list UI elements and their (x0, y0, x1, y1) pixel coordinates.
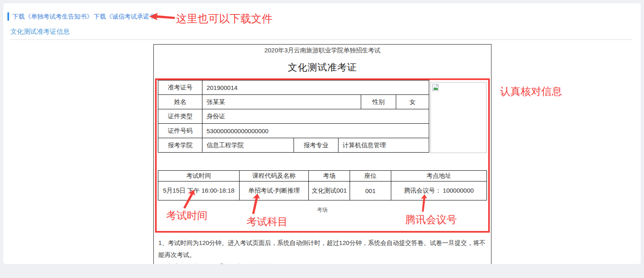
college-label: 报考学院 (158, 138, 202, 153)
id-type-value: 身份证 (202, 109, 429, 124)
download-link-notice[interactable]: 下载《单独考试考生告知书》 (12, 13, 93, 20)
candidate-info-table: 准考证号 201900014 姓名 张某某 性别 女 证件类型 身份证 证件号码… (158, 80, 429, 153)
exam-notes: 1、考试时间为120分钟。进入考试页面后，系统自动倒计时，超过120分钟，系统会… (158, 237, 487, 264)
annotation-check-info: 认真核对信息 (500, 85, 562, 98)
schedule-room-value: 文化测试001 (309, 181, 350, 200)
schedule-seat-value: 001 (350, 181, 391, 200)
broken-image-icon (432, 84, 440, 91)
candidate-photo-placeholder (430, 82, 487, 153)
table-row: 准考证号 201900014 (158, 80, 429, 95)
accent-bar (7, 12, 9, 21)
exam-title: 2020年3月云南旅游职业学院单独招生考试 (154, 47, 491, 54)
schedule-course-value: 单招考试-判断推理 (240, 181, 309, 200)
schedule-header-address: 考点地址 (391, 171, 487, 181)
table-row: 姓名 张某某 性别 女 (158, 95, 429, 109)
content-panel: 下载《单独考试考生告知书》下载《诚信考试承诺书》 这里也可以下载文件 文化测试准… (3, 3, 641, 264)
college-value: 信息工程学院 (202, 138, 294, 153)
schedule-header-room: 考场 (309, 171, 350, 181)
id-no-value: 530000000000000000 (202, 124, 429, 138)
page-title: 文化测试准考证信息 (10, 28, 70, 36)
admission-no-value: 201900014 (202, 80, 429, 95)
table-row: 证件类型 身份证 (158, 109, 429, 124)
schedule-table: 考试时间 课程代码及名称 考场 座位 考点地址 5月15日 下午 16:00-1… (158, 170, 487, 200)
gender-label: 性别 (361, 95, 396, 109)
id-type-label: 证件类型 (158, 109, 202, 124)
note-line-1: 1、考试时间为120分钟。进入考试页面后，系统自动倒计时，超过120分钟，系统会… (158, 237, 487, 261)
schedule-time-value: 5月15日 下午 16:00-18:18 (158, 181, 240, 200)
major-label: 报考专业 (294, 138, 338, 153)
divider (10, 39, 632, 40)
ticket-title: 文化测试准考证 (154, 61, 491, 74)
schedule-header-seat: 座位 (350, 171, 391, 181)
major-value: 计算机信息管理 (338, 138, 429, 153)
table-row: 报考学院 信息工程学院 报考专业 计算机信息管理 (158, 138, 429, 153)
schedule-header-row: 考试时间 课程代码及名称 考场 座位 考点地址 (158, 171, 487, 181)
up-arrow-icon (419, 193, 429, 214)
table-row: 5月15日 下午 16:00-18:18 单招考试-判断推理 文化测试001 0… (158, 181, 487, 200)
gender-value: 女 (396, 95, 429, 109)
name-label: 姓名 (158, 95, 202, 109)
highlight-red-box: 准考证号 201900014 姓名 张某某 性别 女 证件类型 身份证 证件号码… (155, 78, 490, 233)
schedule-address-value: 腾讯会议号： 100000000 (391, 181, 487, 200)
note-line-2: 2、提交试卷完成后，系统会当场自动给出分数 (158, 261, 487, 264)
schedule-header-time: 考试时间 (158, 171, 240, 181)
download-links: 下载《单独考试考生告知书》下载《诚信考试承诺书》 (12, 13, 162, 21)
annotation-exam-time: 考试时间 (166, 209, 207, 222)
admission-no-label: 准考证号 (158, 80, 202, 95)
annotation-download-here: 这里也可以下载文件 (176, 12, 273, 26)
annotation-meeting-id: 腾讯会议号 (405, 213, 457, 226)
annotation-exam-subject: 考试科目 (247, 215, 288, 229)
table-row: 证件号码 530000000000000000 (158, 124, 429, 138)
admission-ticket-card: 2020年3月云南旅游职业学院单独招生考试 文化测试准考证 准考证号 20190… (153, 44, 491, 264)
left-arrow-icon (149, 12, 175, 21)
schedule-header-course: 课程代码及名称 (240, 171, 309, 181)
id-no-label: 证件号码 (158, 124, 202, 138)
name-value: 张某某 (202, 95, 361, 109)
